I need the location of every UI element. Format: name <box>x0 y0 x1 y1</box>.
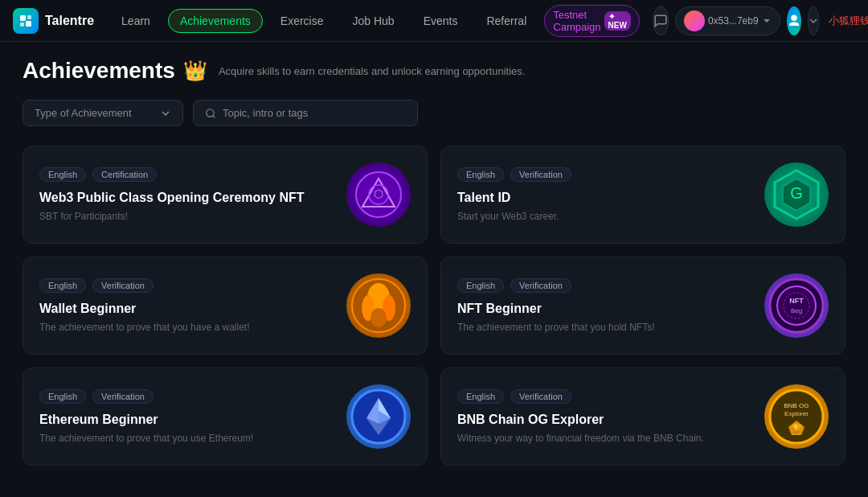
svg-rect-2 <box>20 23 24 27</box>
card-title-wallet: Wallet Beginner <box>39 301 334 318</box>
card-desc-talent: Start your Web3 career. <box>457 211 751 222</box>
achievement-type-filter[interactable]: Type of Achievement <box>23 100 183 126</box>
achievement-card-ethereum[interactable]: English Verification Ethereum Beginner T… <box>23 368 428 466</box>
tag-english-talent: English <box>457 167 504 182</box>
filters-bar: Type of Achievement Topic, intro or tags <box>23 100 845 126</box>
card-image-web3: ⬡ <box>346 162 411 227</box>
tag-verification-talent: Verification <box>510 167 571 182</box>
card-title-eth: Ethereum Beginner <box>39 412 334 429</box>
svg-rect-3 <box>26 21 31 27</box>
svg-text:⬡: ⬡ <box>374 187 383 200</box>
tag-verification-bnb: Verification <box>510 389 571 404</box>
chevron-down-icon-2 <box>809 16 818 26</box>
search-placeholder: Topic, intro or tags <box>223 107 308 119</box>
card-info-ethereum: English Verification Ethereum Beginner T… <box>39 389 334 445</box>
card-tags-bnb: English Verification <box>457 389 751 404</box>
card-image-nft: NFT Beg <box>764 273 829 338</box>
card-tags-nft: English Verification <box>457 278 751 293</box>
tag-verification-nft: Verification <box>510 278 571 293</box>
page-header: Achievements 👑 Acquire skills to earn cr… <box>23 58 845 84</box>
card-info-wallet: English Verification Wallet Beginner The… <box>39 278 334 334</box>
search-filter[interactable]: Topic, intro or tags <box>193 100 418 126</box>
nav-events[interactable]: Events <box>412 10 469 32</box>
page-content: Achievements 👑 Acquire skills to earn cr… <box>0 42 868 497</box>
card-desc-bnb: Witness your way to financial freedom vi… <box>457 433 751 444</box>
nav-achievements[interactable]: Achievements <box>168 9 263 33</box>
annotation-text: 小狐狸钱包，选择G测试网 <box>829 14 868 28</box>
tag-certification: Certification <box>92 167 157 182</box>
logo[interactable]: Talentre <box>13 8 94 34</box>
achievement-card-wallet[interactable]: English Verification Wallet Beginner The… <box>23 257 428 355</box>
profile-button[interactable] <box>787 6 801 35</box>
crown-icon: 👑 <box>183 60 207 82</box>
card-image-ethereum <box>346 384 411 449</box>
svg-text:BNB OG: BNB OG <box>784 402 809 409</box>
wallet-avatar <box>684 10 705 31</box>
logo-text: Talentre <box>45 14 94 28</box>
card-title-bnb: BNB Chain OG Explorer <box>457 412 751 429</box>
nav-job-hub[interactable]: Job Hub <box>342 10 406 32</box>
card-desc-eth: The achievement to prove that you use Et… <box>39 433 334 444</box>
campaign-badge[interactable]: Testnet Campaign ✦ NEW <box>544 5 640 37</box>
card-title: Web3 Public Class Opening Ceremony NFT <box>39 190 334 207</box>
achievement-card-bnb[interactable]: English Verification BNB Chain OG Explor… <box>440 368 845 466</box>
campaign-label: Testnet Campaign <box>553 9 600 33</box>
achievement-card-nft[interactable]: English Verification NFT Beginner The ac… <box>440 257 845 355</box>
card-image-bnb: BNB OG Explorer 🏆 <box>764 384 829 449</box>
chevron-down-icon <box>762 16 772 26</box>
svg-text:🏆: 🏆 <box>792 423 802 433</box>
nav-learn[interactable]: Learn <box>110 10 162 32</box>
tag-english-bnb: English <box>457 389 504 404</box>
svg-point-4 <box>207 109 214 116</box>
card-image-talent: G <box>764 162 829 227</box>
svg-point-19 <box>777 286 816 325</box>
svg-point-16 <box>371 308 387 327</box>
card-tags-talent: English Verification <box>457 167 751 182</box>
navbar: Talentre Learn Achievements Exercise Job… <box>0 0 868 42</box>
tag-english-eth: English <box>39 389 86 404</box>
message-button[interactable] <box>653 6 669 35</box>
svg-text:Explorer: Explorer <box>784 410 809 417</box>
campaign-new-badge: ✦ NEW <box>604 11 631 31</box>
card-title-nft: NFT Beginner <box>457 301 751 318</box>
search-icon <box>205 108 216 119</box>
card-desc: SBT for Participants! <box>39 211 334 222</box>
nav-exercise[interactable]: Exercise <box>269 10 335 32</box>
wallet-text: 0x53...7eb9 <box>708 15 759 27</box>
achievement-card-web3-ceremony[interactable]: English Certification Web3 Public Class … <box>23 146 428 244</box>
nav-referral[interactable]: Referral <box>475 10 538 32</box>
svg-text:Beg: Beg <box>791 307 802 314</box>
tag-verification-wallet: Verification <box>92 278 154 293</box>
card-tags: English Certification <box>39 167 334 182</box>
achievement-card-talent-id[interactable]: English Verification Talent ID Start you… <box>440 146 845 244</box>
svg-rect-0 <box>20 15 26 21</box>
svg-rect-1 <box>27 15 31 19</box>
page-subtitle: Acquire skills to earn credentials and u… <box>219 65 526 77</box>
tag-english: English <box>39 167 86 182</box>
filter-type-label: Type of Achievement <box>35 107 132 119</box>
page-title: Achievements <box>23 58 175 84</box>
tag-english-nft: English <box>457 278 504 293</box>
card-info-talent: English Verification Talent ID Start you… <box>457 167 751 223</box>
svg-text:NFT: NFT <box>789 297 804 305</box>
card-desc-wallet: The achievement to prove that you have a… <box>39 322 334 333</box>
card-tags-ethereum: English Verification <box>39 389 334 404</box>
svg-text:G: G <box>790 184 803 202</box>
profile-dropdown[interactable] <box>808 6 819 35</box>
card-image-wallet <box>346 273 411 338</box>
wallet-address[interactable]: 0x53...7eb9 <box>675 6 780 35</box>
tag-english-wallet: English <box>39 278 86 293</box>
filter-chevron-icon <box>160 108 171 119</box>
card-title-talent: Talent ID <box>457 190 751 207</box>
card-desc-nft: The achievement to prove that you hold N… <box>457 322 751 333</box>
card-tags-wallet: English Verification <box>39 278 334 293</box>
achievements-grid: English Certification Web3 Public Class … <box>23 146 845 466</box>
card-info-nft: English Verification NFT Beginner The ac… <box>457 278 751 334</box>
tag-verification-eth: Verification <box>92 389 154 404</box>
card-info: English Certification Web3 Public Class … <box>39 167 334 223</box>
card-info-bnb: English Verification BNB Chain OG Explor… <box>457 389 751 445</box>
logo-icon <box>13 8 39 34</box>
